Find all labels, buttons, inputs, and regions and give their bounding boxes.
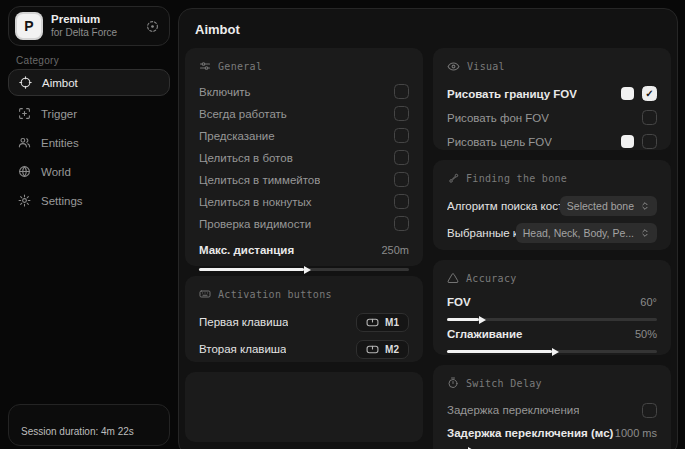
checkbox[interactable]: ✓	[394, 128, 409, 143]
sidebar: P Premium for Delta Force Category Aimbo…	[0, 0, 178, 449]
keybind-row: Первая клавиша M1	[199, 309, 409, 335]
sidebar-item-label: Settings	[41, 195, 83, 207]
max-distance-slider: Макс. дистанция 250m	[199, 240, 409, 271]
slider-track[interactable]	[447, 350, 657, 353]
toggle-row: Проверка видимости ✓	[199, 213, 409, 234]
crosshair-icon	[19, 76, 32, 89]
sliders-icon	[199, 60, 211, 72]
checkbox[interactable]: ✓	[642, 403, 657, 418]
activation-header: Activation buttons	[199, 288, 409, 300]
bone-algorithm-select[interactable]: Selected bone	[560, 196, 657, 216]
slider-fill	[447, 318, 479, 321]
slider-fill	[447, 350, 552, 353]
session-duration-box: Session duration: 4m 22s	[8, 404, 170, 446]
checkbox[interactable]: ✓	[642, 86, 657, 101]
bone-icon	[447, 172, 459, 184]
sidebar-item-settings[interactable]: Settings	[8, 187, 170, 214]
brand-text: Premium for Delta Force	[51, 13, 138, 39]
sidebar-item-aimbot[interactable]: Aimbot	[8, 69, 170, 96]
bone-algorithm-row: Алгоритм поиска кост Selected bone	[447, 193, 657, 219]
mouse-icon	[366, 344, 379, 355]
switch-delay-toggle-row: Задержка переключения ✓	[447, 398, 657, 422]
toggle-row: Целиться в ботов ✓	[199, 147, 409, 168]
color-swatch[interactable]	[621, 135, 634, 148]
visual-row: Рисовать фон FOV ✓	[447, 106, 657, 129]
slider-value: 1000 ms	[615, 427, 657, 439]
checkbox[interactable]: ✓	[642, 134, 657, 149]
visual-header: Visual	[447, 60, 657, 73]
fov-slider: FOV 60°	[447, 293, 657, 321]
toggle-row: Целиться в тиммейтов ✓	[199, 169, 409, 190]
timer-icon	[447, 377, 459, 389]
empty-card	[185, 372, 423, 442]
checkbox[interactable]: ✓	[394, 150, 409, 165]
toggle-row: Целиться в нокнутых ✓	[199, 191, 409, 212]
unfold-icon	[640, 201, 650, 211]
accuracy-card: Accuracy FOV 60° Сглаживание 50%	[433, 260, 671, 355]
slider-track[interactable]	[199, 268, 409, 271]
brand-title: Premium	[51, 13, 138, 27]
sidebar-item-trigger[interactable]: Trigger	[8, 100, 170, 127]
slider-label: Сглаживание	[447, 328, 522, 340]
checkbox[interactable]: ✓	[394, 194, 409, 209]
session-duration-text: Session duration: 4m 22s	[21, 426, 134, 437]
toggle-row: Всегда работать ✓	[199, 103, 409, 124]
sidebar-item-label: Entities	[41, 137, 79, 149]
users-icon	[18, 136, 31, 149]
unfold-icon	[640, 228, 650, 238]
switch-delay-slider: Задержка переключения (мс) 1000 ms	[447, 424, 657, 449]
globe-icon	[18, 165, 31, 178]
triangle-icon	[447, 272, 459, 284]
slider-label: Макс. дистанция	[199, 244, 294, 256]
trigger-icon	[18, 107, 31, 120]
brand-card: P Premium for Delta Force	[8, 6, 170, 46]
general-card: General Включить ✓ Всегда работать ✓ Пре…	[185, 48, 423, 266]
sidebar-item-label: Aimbot	[42, 77, 78, 89]
activation-buttons-card: Activation buttons Первая клавиша M1 Вто…	[185, 276, 423, 362]
checkbox[interactable]: ✓	[394, 84, 409, 99]
slider-value: 60°	[640, 296, 657, 308]
brand-subtitle: for Delta Force	[51, 27, 138, 39]
left-column: General Включить ✓ Всегда работать ✓ Пре…	[185, 48, 423, 449]
brand-logo: P	[15, 12, 43, 40]
color-swatch[interactable]	[621, 87, 634, 100]
sync-icon[interactable]	[146, 20, 159, 33]
slider-label: Задержка переключения (мс)	[447, 427, 613, 439]
toggle-row: Предсказание ✓	[199, 125, 409, 146]
keybind-button-m1[interactable]: M1	[356, 313, 409, 332]
main-panel: Aimbot General Включить ✓ Всегда работат…	[178, 8, 678, 449]
selected-bones-row: Выбранные кос Head, Neck, Body, Pe...	[447, 220, 657, 246]
checkbox[interactable]: ✓	[394, 172, 409, 187]
selected-bones-select[interactable]: Head, Neck, Body, Pe...	[516, 223, 657, 243]
keybind-row: Вторая клавиша M2	[199, 336, 409, 362]
switch-delay-card: Switch Delay Задержка переключения ✓ Зад…	[433, 365, 671, 449]
visual-card: Visual Рисовать границу FOV ✓ Рисовать ф…	[433, 48, 671, 150]
visual-row: Рисовать границу FOV ✓	[447, 82, 657, 105]
sidebar-menu: Aimbot Trigger Entities	[8, 69, 170, 216]
mouse-icon	[366, 317, 379, 328]
slider-track[interactable]	[447, 318, 657, 321]
keybind-button-m2[interactable]: M2	[356, 340, 409, 359]
sidebar-item-entities[interactable]: Entities	[8, 129, 170, 156]
category-label: Category	[16, 55, 59, 66]
gear-icon	[18, 194, 31, 207]
accuracy-header: Accuracy	[447, 272, 657, 284]
eye-icon	[447, 60, 460, 73]
finding-bone-card: Finding the bone Алгоритм поиска кост Se…	[433, 160, 671, 250]
slider-fill	[199, 268, 304, 271]
toggle-row: Включить ✓	[199, 81, 409, 102]
slider-value: 50%	[635, 328, 657, 340]
checkbox[interactable]: ✓	[394, 216, 409, 231]
sidebar-item-world[interactable]: World	[8, 158, 170, 185]
general-header: General	[199, 60, 409, 72]
bone-header: Finding the bone	[447, 172, 657, 184]
checkbox[interactable]: ✓	[642, 110, 657, 125]
checkbox[interactable]: ✓	[394, 106, 409, 121]
slider-value: 250m	[381, 244, 409, 256]
sidebar-item-label: World	[41, 166, 71, 178]
switch-delay-header: Switch Delay	[447, 377, 657, 389]
keyboard-icon	[199, 288, 211, 300]
sidebar-item-label: Trigger	[41, 108, 77, 120]
visual-row: Рисовать цель FOV ✓	[447, 130, 657, 153]
slider-label: FOV	[447, 296, 471, 308]
